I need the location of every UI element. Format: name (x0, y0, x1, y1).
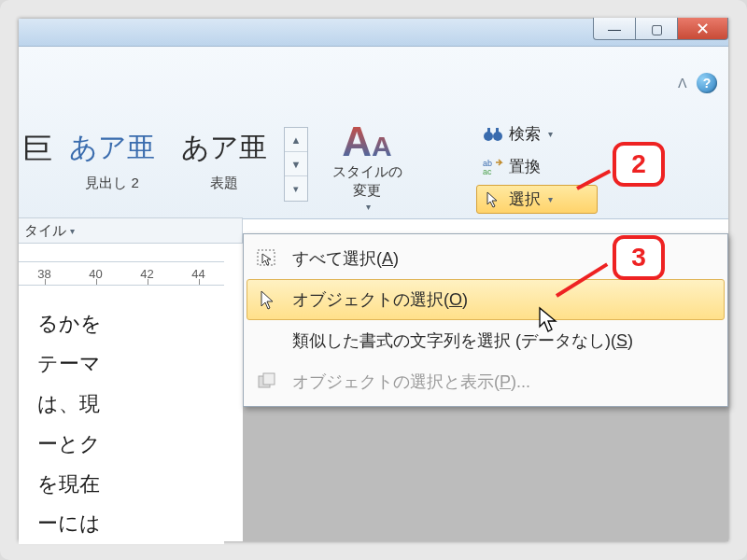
editing-group: 検索 ▾ abac 置換 選択 ▾ (476, 119, 598, 214)
maximize-button[interactable]: ▢ (635, 18, 677, 40)
menu-label: オブジェクトの選択(O) (292, 288, 468, 311)
ruler-tick: 40 (70, 267, 121, 281)
style-heading2[interactable]: 巨 (19, 121, 56, 174)
ruler-tick: 38 (19, 267, 70, 281)
selection-pane-icon (253, 368, 281, 396)
change-styles-icon: AA (325, 121, 409, 162)
ruler[interactable]: 38 40 42 44 (19, 261, 224, 286)
replace-icon: abac (483, 159, 503, 175)
annotation-2: 2 (613, 142, 665, 187)
replace-label: 置換 (509, 156, 541, 177)
ruler-tick: 42 (121, 267, 173, 281)
menu-label: すべて選択(A) (292, 247, 399, 270)
doc-line: ーとク (37, 425, 215, 465)
document-area[interactable]: るかを テーマ は、現 ーとク を現在 ーには (19, 299, 224, 544)
menu-label: 類似した書式の文字列を選択 (データなし)(S) (292, 329, 633, 352)
ruler-tick: 44 (173, 267, 224, 281)
doc-line: ーには (37, 504, 215, 544)
blank-icon (253, 327, 281, 355)
chevron-down-icon: ▾ (70, 226, 75, 236)
menu-select-objects[interactable]: オブジェクトの選択(O) (247, 279, 725, 320)
app-window: — ▢ ✕ ᐱ ? 巨 あア亜 見出し 2 あア亜 表題 (19, 19, 728, 541)
close-button[interactable]: ✕ (677, 18, 728, 40)
doc-line: テーマ (37, 344, 215, 385)
svg-rect-8 (263, 373, 275, 385)
styles-gallery: 巨 あア亜 見出し 2 あア亜 表題 ▲ ▼ ▾ AA スタイルの 変更 (19, 121, 409, 233)
gallery-up-icon[interactable]: ▲ (285, 128, 307, 152)
doc-line: るかを (37, 304, 215, 344)
chevron-down-icon: ▾ (548, 194, 553, 204)
svg-rect-3 (496, 128, 499, 133)
select-all-icon (253, 245, 281, 273)
ribbon-help-area: ᐱ ? (678, 73, 717, 93)
gallery-down-icon[interactable]: ▼ (285, 152, 307, 176)
styles-group-label[interactable]: タイル ▾ (19, 217, 243, 244)
menu-selection-pane: オブジェクトの選択と表示(P)... (247, 361, 725, 402)
svg-rect-2 (487, 128, 490, 133)
style-sample: あア亜 (168, 121, 280, 171)
replace-button[interactable]: abac 置換 (476, 152, 598, 181)
svg-point-1 (493, 132, 502, 141)
style-label: 見出し 2 (56, 175, 168, 192)
find-button[interactable]: 検索 ▾ (476, 119, 598, 148)
style-label: 表題 (168, 175, 280, 192)
help-icon[interactable]: ? (697, 73, 717, 93)
select-label: 選択 (509, 189, 541, 210)
style-sample: あア亜 (56, 121, 168, 171)
doc-line: は、現 (37, 385, 215, 425)
menu-label: オブジェクトの選択と表示(P)... (292, 371, 530, 393)
gallery-scroll: ▲ ▼ ▾ (284, 127, 308, 202)
chevron-down-icon: ▾ (366, 202, 371, 212)
chevron-down-icon: ▾ (548, 129, 553, 139)
find-label: 検索 (509, 123, 541, 145)
change-styles-button[interactable]: AA スタイルの 変更 ▾ (325, 121, 409, 213)
style-title[interactable]: あア亜 表題 (168, 121, 280, 192)
svg-text:ac: ac (483, 167, 492, 175)
annotation-3: 3 (613, 235, 665, 280)
titlebar: — ▢ ✕ (19, 19, 728, 47)
window-controls: — ▢ ✕ (593, 18, 728, 40)
styles-group-text: タイル (24, 222, 66, 240)
style-heading2[interactable]: あア亜 見出し 2 (56, 121, 168, 192)
menu-select-similar[interactable]: 類似した書式の文字列を選択 (データなし)(S) (247, 320, 725, 361)
arrow-cursor-icon (483, 191, 503, 208)
change-styles-label: スタイルの 変更 (325, 162, 409, 199)
binoculars-icon (483, 126, 503, 143)
style-sample: 巨 (19, 121, 56, 174)
ribbon: ᐱ ? 巨 あア亜 見出し 2 あア亜 表題 ▲ ▼ ▾ (19, 47, 728, 219)
gallery-more-icon[interactable]: ▾ (285, 176, 307, 201)
minimize-button[interactable]: — (593, 18, 635, 40)
doc-line: を現在 (37, 465, 215, 505)
ribbon-collapse-icon[interactable]: ᐱ (678, 76, 687, 91)
arrow-cursor-icon (253, 286, 281, 314)
svg-point-0 (484, 132, 493, 141)
